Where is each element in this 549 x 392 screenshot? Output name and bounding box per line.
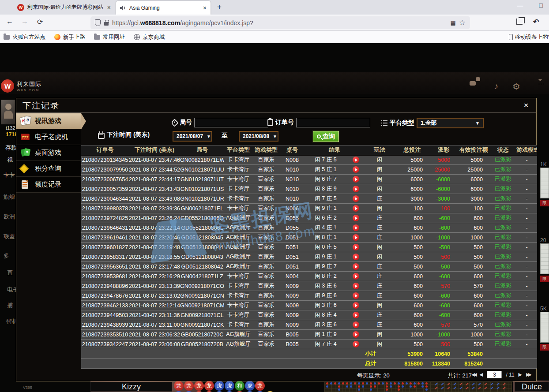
column-header: 有效投注额 [457, 146, 490, 155]
page-number-input[interactable]: 3 [487, 371, 502, 378]
folder-icon [94, 35, 100, 40]
replay-button[interactable] [353, 215, 359, 221]
column-header: 游戏类型 [252, 146, 280, 155]
replay-button[interactable] [353, 341, 359, 347]
new-tab-button[interactable]: + [217, 3, 222, 11]
sidebar-item-label: 额度记录 [35, 180, 61, 189]
modal-sidebar: K9视讯游戏777电子老虎机♣桌面游戏积分查询额度记录 [16, 113, 81, 193]
platform-list-icon [381, 120, 387, 126]
bookmark-star-icon[interactable]: ☆ [459, 18, 466, 27]
replay-button[interactable] [353, 331, 359, 338]
replay-button[interactable] [353, 157, 359, 163]
background-nav-item: 存款 [5, 144, 17, 152]
round-input[interactable] [194, 118, 268, 127]
replay-button[interactable] [353, 234, 359, 241]
table-badge: 限 [540, 276, 549, 282]
sidebar-item-table-games[interactable]: ♣桌面游戏 [16, 145, 81, 161]
music-icon[interactable]: ♪ [491, 81, 501, 92]
order-input[interactable] [296, 118, 370, 127]
replay-button[interactable] [353, 283, 359, 289]
last-page-button[interactable]: ▶▶ [526, 372, 530, 377]
replay-button[interactable] [353, 302, 359, 309]
roadmap-circle: 龙 [174, 381, 184, 391]
sidebar-item-cards[interactable]: K9视讯游戏 [16, 113, 81, 129]
tab-close-icon[interactable]: × [203, 4, 207, 11]
speaker-icon [120, 5, 126, 11]
chat-icon[interactable] [531, 81, 542, 92]
site-logo[interactable]: W [1, 79, 14, 93]
platform-select[interactable]: 1.全部 ▼ [417, 118, 484, 128]
background-nav-item: 联盟 [4, 233, 15, 241]
bookmark-item[interactable]: 火狐官方站点 [4, 34, 45, 41]
tab-asia-gaming[interactable]: Asia Gaming × [116, 1, 211, 15]
replay-button[interactable] [353, 321, 359, 328]
background-nav-item: 卡卡 [4, 171, 15, 179]
replay-button[interactable] [353, 292, 359, 299]
modal-title: 下注记录 [16, 98, 536, 113]
roadmap-circle: 虎 [245, 381, 255, 391]
next-page-button[interactable]: ▶ [519, 372, 522, 377]
table-row: 2108072399803782021-08-07 23:39:36GN0062… [81, 204, 537, 213]
total-count-label: 共计: 217 [447, 372, 472, 380]
roadmap-circle: 龙 [204, 381, 214, 391]
user-avatar[interactable] [1, 100, 15, 124]
order-clipboard-icon [267, 119, 273, 126]
bet-records-modal: 下注记录 × K9视讯游戏777电子老虎机♣桌面游戏积分查询额度记录 局号 订单… [16, 98, 537, 381]
bookmark-item[interactable]: 新手上路 [54, 34, 85, 41]
bookmark-item[interactable]: 京东商城 [134, 34, 165, 41]
column-header: 派彩 [430, 146, 457, 155]
replay-button[interactable] [353, 195, 359, 202]
reload-button[interactable]: ⟳ [37, 18, 43, 26]
replay-button[interactable] [353, 263, 359, 270]
prev-page-button[interactable]: ◀ [479, 372, 483, 377]
background-nav-item: 直 [7, 269, 13, 277]
bookmark-item[interactable]: 常用网址 [94, 34, 125, 41]
tracking-shield-icon[interactable] [95, 19, 101, 26]
page-total-label: / 11 [506, 372, 514, 378]
w-logo-favicon: W [17, 4, 24, 11]
search-button[interactable]: 查询 [313, 131, 339, 142]
url-text[interactable]: https://gci.w668818.com/agingame/pcv1/in… [112, 19, 447, 26]
url-bar[interactable]: https://gci.w668818.com/agingame/pcv1/in… [90, 16, 470, 29]
replay-button[interactable] [353, 254, 359, 260]
date-from-select[interactable]: 2021/08/07 ▼ [173, 131, 212, 142]
window-maximize-button[interactable]: □ [539, 2, 543, 9]
tab-lilai[interactable]: W 利来国际-最给力的老牌博彩网站 × [13, 0, 115, 15]
replay-button[interactable] [353, 176, 359, 183]
date-to-select[interactable]: 2021/08/08 ▼ [239, 131, 278, 142]
replay-button[interactable] [353, 224, 359, 231]
lock-icon[interactable] [104, 22, 109, 26]
subtotal-row: 小计539001064053840 [81, 349, 537, 359]
support-icon[interactable] [470, 81, 481, 92]
table-games-icon: ♣ [20, 148, 31, 158]
bookmark-mobile[interactable]: 移动设备上的书 [509, 34, 549, 41]
dealer-name-kizzy[interactable]: Kizzy [90, 382, 172, 392]
undo-arrow-icon[interactable]: ↶ [533, 18, 539, 26]
brand-domain: W66.COM [17, 88, 41, 92]
replay-button[interactable] [353, 273, 359, 280]
first-page-button[interactable]: ◀◀ [471, 372, 475, 377]
settings-gear-icon[interactable]: ⚙ [511, 81, 522, 92]
sidebar-item-document[interactable]: 额度记录 [16, 177, 81, 193]
sidebar-item-diamond[interactable]: 积分查询 [16, 161, 81, 177]
replay-button[interactable] [353, 312, 359, 318]
window-minimize-button[interactable]: — [517, 2, 523, 9]
replay-button[interactable] [353, 205, 359, 212]
replay-button[interactable] [353, 166, 359, 173]
back-button[interactable]: ← [6, 18, 13, 26]
forward-button[interactable]: → [21, 18, 28, 26]
sidebar-item-slot-777[interactable]: 777电子老虎机 [16, 129, 81, 145]
replay-button[interactable] [353, 244, 359, 250]
screenshot-icon[interactable] [516, 19, 523, 25]
table-row: 2108072394495032021-08-07 23:11:36GN0092… [81, 310, 537, 320]
tab-close-icon[interactable]: × [107, 4, 111, 11]
modal-close-button[interactable]: × [521, 101, 531, 110]
table-row: 2108072394786762021-08-07 23:13:02GN0092… [81, 291, 537, 301]
phone-icon [509, 34, 513, 40]
order-label: 订单号 [275, 119, 294, 127]
table-row: 2108072300573592021-08-07 23:43:43GN0102… [81, 184, 537, 194]
qr-code-icon[interactable]: ▦ [450, 19, 455, 26]
roadmap-grid [540, 312, 549, 343]
dealer-name-dulce[interactable]: Dulce [515, 382, 549, 392]
replay-button[interactable] [353, 186, 359, 192]
